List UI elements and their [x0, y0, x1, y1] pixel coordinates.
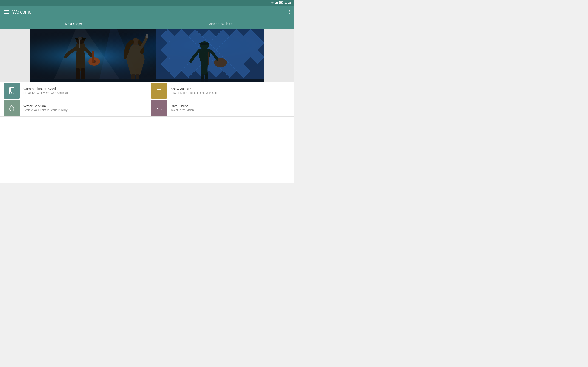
tab-next-steps[interactable]: Next Steps	[0, 18, 147, 29]
svg-rect-62	[92, 51, 94, 63]
battery-icon	[279, 1, 284, 4]
water-baptism-item[interactable]: Water Baptism Declare Your Faith In Jesu…	[0, 99, 147, 116]
hamburger-menu-button[interactable]	[4, 10, 9, 14]
communication-card-item[interactable]: Communication Card Let Us Know How We Ca…	[0, 82, 147, 99]
svg-rect-5	[283, 2, 283, 3]
wifi-icon	[271, 1, 274, 4]
svg-point-64	[78, 37, 82, 40]
svg-rect-71	[199, 43, 209, 44]
main-content: Communication Card Let Us Know How We Ca…	[0, 29, 294, 184]
know-jesus-title: Know Jesus?	[171, 87, 217, 91]
list-row-baptism[interactable]: Water Baptism Declare Your Faith In Jesu…	[0, 99, 294, 117]
svg-rect-57	[76, 52, 85, 71]
communication-card-title: Communication Card	[23, 87, 69, 91]
app-bar: Welcome!	[0, 6, 294, 18]
water-baptism-title: Water Baptism	[23, 104, 67, 108]
know-jesus-item[interactable]: Know Jesus? How to Begin a Relationship …	[147, 82, 294, 99]
give-online-title: Give Online	[171, 104, 194, 108]
tab-connect-with-us[interactable]: Connect With Us	[147, 18, 294, 29]
svg-rect-82	[156, 106, 162, 110]
give-online-text: Give Online Invest In the Vision	[171, 104, 194, 112]
status-time: 10:26	[284, 1, 291, 4]
svg-rect-1	[276, 2, 277, 4]
svg-rect-2	[277, 2, 278, 4]
know-jesus-subtitle: How to Begin a Relationship With God	[171, 91, 217, 94]
svg-rect-66	[146, 34, 148, 38]
give-online-item[interactable]: Give Online Invest In the Vision	[147, 99, 294, 116]
tab-bar: Next Steps Connect With Us	[0, 18, 294, 29]
water-baptism-text: Water Baptism Declare Your Faith In Jesu…	[23, 104, 67, 112]
svg-point-69	[200, 41, 209, 50]
svg-rect-78	[10, 88, 13, 92]
know-jesus-icon	[151, 83, 167, 99]
give-online-subtitle: Invest In the Vision	[171, 108, 194, 112]
svg-point-79	[11, 93, 12, 93]
app-title: Welcome!	[12, 9, 33, 15]
svg-rect-76	[30, 79, 264, 82]
give-online-icon	[151, 100, 167, 116]
list-row-communication[interactable]: Communication Card Let Us Know How We Ca…	[0, 82, 294, 99]
water-baptism-icon	[4, 100, 20, 116]
communication-card-icon	[4, 83, 20, 99]
water-baptism-subtitle: Declare Your Faith In Jesus Publicly	[23, 108, 67, 112]
status-bar: 10:26	[0, 0, 294, 6]
signal-icon	[275, 1, 278, 4]
communication-card-text: Communication Card Let Us Know How We Ca…	[23, 87, 69, 94]
know-jesus-text: Know Jesus? How to Begin a Relationship …	[171, 87, 217, 94]
svg-rect-73	[208, 52, 209, 65]
svg-rect-6	[279, 2, 282, 3]
more-options-button[interactable]	[289, 10, 290, 14]
svg-rect-3	[278, 1, 278, 4]
communication-card-subtitle: Let Us Know How We Can Serve You	[23, 91, 69, 94]
hero-image	[0, 29, 294, 82]
hero-image-wrapper	[0, 29, 294, 82]
svg-rect-0	[275, 3, 276, 4]
content-list: Communication Card Let Us Know How We Ca…	[0, 82, 294, 184]
